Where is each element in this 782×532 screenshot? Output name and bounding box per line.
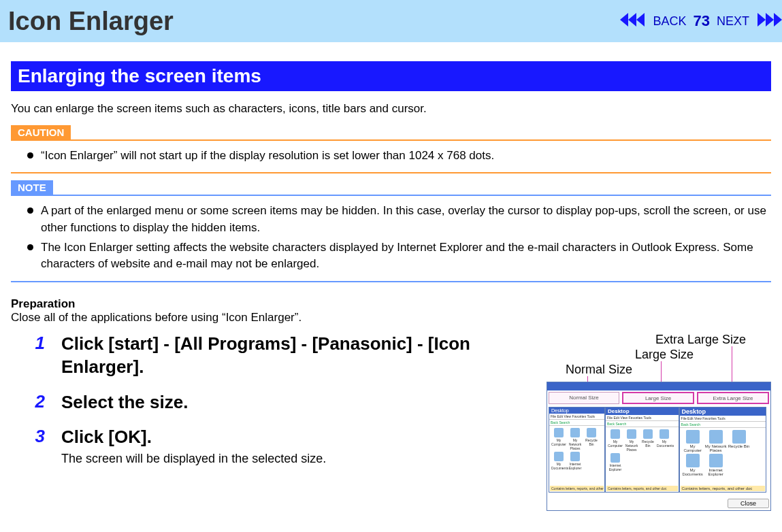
documents-icon: [686, 454, 700, 467]
preview-menu: File Edit View Favorites Tools: [606, 415, 679, 421]
page-header: Icon Enlarger BACK 73 NEXT: [0, 0, 782, 42]
computer-icon: [610, 429, 620, 439]
figure-label-normal: Normal Size: [566, 363, 632, 377]
section-intro: You can enlarge the screen items such as…: [11, 101, 771, 117]
svg-marker-4: [766, 13, 774, 27]
step: 1 Click [start] - [All Programs] - [Pana…: [30, 333, 534, 379]
preview-toolbar: Back Search: [549, 420, 604, 426]
step-title: Click [start] - [All Programs] - [Panaso…: [61, 333, 534, 379]
svg-marker-3: [757, 13, 766, 27]
svg-marker-1: [628, 13, 636, 27]
steps-list: 1 Click [start] - [All Programs] - [Pana…: [11, 333, 534, 478]
caution-rule-top: [11, 139, 771, 141]
note-rule-top: [11, 195, 771, 196]
back-arrow-icon[interactable]: [620, 12, 649, 31]
page-title: Icon Enlarger: [8, 7, 174, 36]
content: Enlarging the screen items You can enlar…: [0, 42, 782, 522]
caution-item: “Icon Enlarger” will not start up if the…: [27, 148, 771, 165]
next-arrow-icon[interactable]: [753, 12, 782, 31]
figure: Extra Large Size Large Size Normal Size …: [547, 333, 771, 511]
recycle-icon: [643, 429, 653, 439]
note-item: The Icon Enlarger setting affects the we…: [27, 239, 771, 273]
section-heading: Enlarging the screen items: [11, 61, 771, 91]
preview-status: Contains letters, reports, and other doc: [606, 486, 678, 491]
preview-toolbar: Back Search: [680, 422, 766, 428]
close-button[interactable]: Close: [728, 499, 769, 508]
caution-list: “Icon Enlarger” will not start up if the…: [11, 148, 771, 165]
network-icon: [709, 430, 723, 444]
preview-extra-large: Desktop File Edit View Favorites Tools B…: [679, 407, 766, 493]
svg-marker-2: [636, 13, 645, 27]
figure-label-large: Large Size: [635, 348, 694, 362]
network-icon: [627, 429, 636, 439]
preview-status: Contains letters, reports, and other doc: [681, 486, 765, 491]
note-label: NOTE: [11, 180, 53, 195]
computer-icon: [554, 428, 564, 437]
preview-large: Desktop File Edit View Favorites Tools B…: [605, 407, 679, 493]
tab-extra-large-size[interactable]: Extra Large Size: [697, 392, 769, 404]
ie-icon: [709, 454, 723, 467]
step-title: Click [OK].: [61, 426, 326, 449]
preparation-text: Close all of the applications before usi…: [11, 311, 771, 325]
computer-icon: [686, 430, 700, 444]
caution-rule-bottom: [11, 172, 771, 173]
step: 3 Click [OK]. The screen will be display…: [30, 426, 534, 466]
window-titlebar: [547, 382, 770, 390]
page-nav: BACK 73 NEXT: [620, 12, 782, 31]
svg-marker-5: [774, 13, 782, 27]
documents-icon: [659, 429, 669, 439]
preview-title: Desktop: [549, 408, 604, 414]
figure-label-extra: Extra Large Size: [655, 333, 746, 347]
back-button[interactable]: BACK: [650, 14, 689, 29]
network-icon: [570, 428, 580, 437]
svg-marker-0: [620, 13, 628, 27]
preview-toolbar: Back Search: [606, 421, 679, 427]
preview-menu: File Edit View Favorites Tools: [549, 414, 604, 420]
icon-enlarger-window: Normal Size Large Size Extra Large Size …: [547, 382, 771, 511]
preparation-heading: Preparation: [11, 297, 771, 311]
note-rule-bottom: [11, 281, 771, 282]
ie-icon: [610, 453, 620, 463]
note-item: A part of the enlarged menu or some scre…: [27, 203, 771, 236]
preview-title: Desktop: [606, 408, 679, 415]
tab-large-size[interactable]: Large Size: [622, 392, 694, 404]
preview-status: Contains letters, reports, and other doc: [550, 486, 604, 491]
page-number: 73: [691, 12, 713, 30]
recycle-icon: [587, 428, 596, 437]
recycle-icon: [732, 430, 746, 444]
preview-title: Desktop: [680, 408, 766, 416]
step-description: The screen will be displayed in the sele…: [61, 452, 326, 466]
documents-icon: [554, 452, 564, 461]
caution-label: CAUTION: [11, 125, 71, 139]
step-number: 1: [30, 333, 45, 379]
preview-normal: Desktop File Edit View Favorites Tools B…: [549, 407, 605, 493]
step: 2 Select the size.: [30, 391, 534, 414]
step-number: 3: [30, 426, 45, 466]
tab-normal-size[interactable]: Normal Size: [549, 392, 619, 404]
note-list: A part of the enlarged menu or some scre…: [11, 203, 771, 273]
ie-icon: [570, 452, 580, 461]
preview-menu: File Edit View Favorites Tools: [680, 416, 766, 422]
next-button[interactable]: NEXT: [714, 14, 752, 29]
step-title: Select the size.: [61, 391, 188, 414]
step-number: 2: [30, 391, 45, 414]
